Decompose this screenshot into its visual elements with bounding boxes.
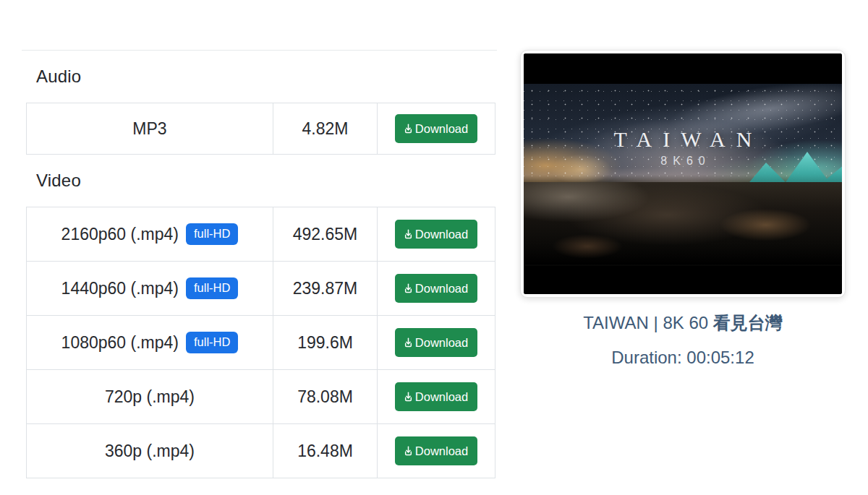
download-icon	[402, 228, 414, 241]
file-size: 78.08M	[297, 387, 353, 406]
table-row: 1440p60 (.mp4)full-HD 239.87M Download	[27, 262, 495, 316]
download-icon	[402, 123, 414, 135]
video-format-label: 1080p60 (.mp4)	[61, 333, 179, 352]
download-icon	[402, 445, 414, 457]
download-icon	[402, 283, 414, 295]
download-button-label: Download	[415, 390, 468, 404]
download-icon	[402, 391, 414, 403]
download-button[interactable]: Download	[395, 436, 477, 465]
table-row: 2160p60 (.mp4)full-HD 492.65M Download	[27, 207, 495, 262]
video-duration: Duration: 00:05:12	[520, 348, 846, 368]
download-button-label: Download	[415, 444, 468, 458]
table-row: MP3 4.82M Download	[27, 103, 495, 155]
file-size: 199.6M	[297, 333, 353, 352]
download-button-label: Download	[415, 336, 468, 350]
download-button[interactable]: Download	[395, 382, 477, 411]
file-size: 4.82M	[302, 119, 349, 138]
download-button-label: Download	[415, 122, 468, 136]
download-icon	[402, 337, 414, 349]
video-info-panel: TAIWAN 8K60 TAIWAN | 8K 60 看見台灣 Duration…	[520, 50, 846, 368]
download-button[interactable]: Download	[395, 114, 477, 143]
video-title-cjk: 看見台灣	[713, 313, 783, 332]
letterbox-bottom	[524, 265, 842, 294]
table-row: 360p (.mp4) 16.48M Download	[27, 424, 495, 478]
full-hd-badge: full-HD	[186, 332, 238, 353]
download-button-label: Download	[415, 282, 468, 296]
download-options-panel: Audio MP3 4.82M Download Video	[22, 50, 497, 478]
audio-section-heading: Audio	[36, 66, 497, 87]
audio-format-label: MP3	[132, 119, 166, 138]
thumbnail-subtitle-text: 8K60	[524, 155, 842, 168]
rocks-graphic	[524, 182, 842, 264]
download-button-label: Download	[415, 228, 468, 241]
page: Audio MP3 4.82M Download Video	[0, 0, 868, 495]
file-size: 16.48M	[297, 442, 353, 460]
video-section-heading: Video	[36, 171, 497, 191]
video-format-label: 360p (.mp4)	[105, 442, 195, 460]
video-format-label: 1440p60 (.mp4)	[61, 279, 179, 298]
thumbnail-title-text: TAIWAN	[524, 127, 842, 152]
table-row: 720p (.mp4) 78.08M Download	[27, 370, 495, 424]
full-hd-badge: full-HD	[186, 223, 238, 245]
download-button[interactable]: Download	[395, 328, 477, 357]
file-size: 239.87M	[293, 279, 358, 298]
video-format-label: 720p (.mp4)	[105, 387, 195, 406]
table-row: 1080p60 (.mp4)full-HD 199.6M Download	[27, 316, 495, 370]
letterbox-top	[524, 53, 842, 84]
download-button[interactable]: Download	[395, 274, 477, 303]
video-thumbnail-card: TAIWAN 8K60	[520, 50, 846, 298]
audio-download-table: MP3 4.82M Download	[26, 103, 495, 155]
video-thumbnail: TAIWAN 8K60	[524, 53, 842, 294]
download-button[interactable]: Download	[395, 220, 477, 249]
video-download-table: 2160p60 (.mp4)full-HD 492.65M Download 1…	[26, 207, 495, 478]
file-size: 492.65M	[293, 225, 358, 244]
video-title: TAIWAN | 8K 60 看見台灣	[520, 311, 846, 335]
video-format-label: 2160p60 (.mp4)	[61, 225, 179, 244]
video-title-latin: TAIWAN | 8K 60	[583, 313, 713, 332]
full-hd-badge: full-HD	[186, 277, 238, 299]
